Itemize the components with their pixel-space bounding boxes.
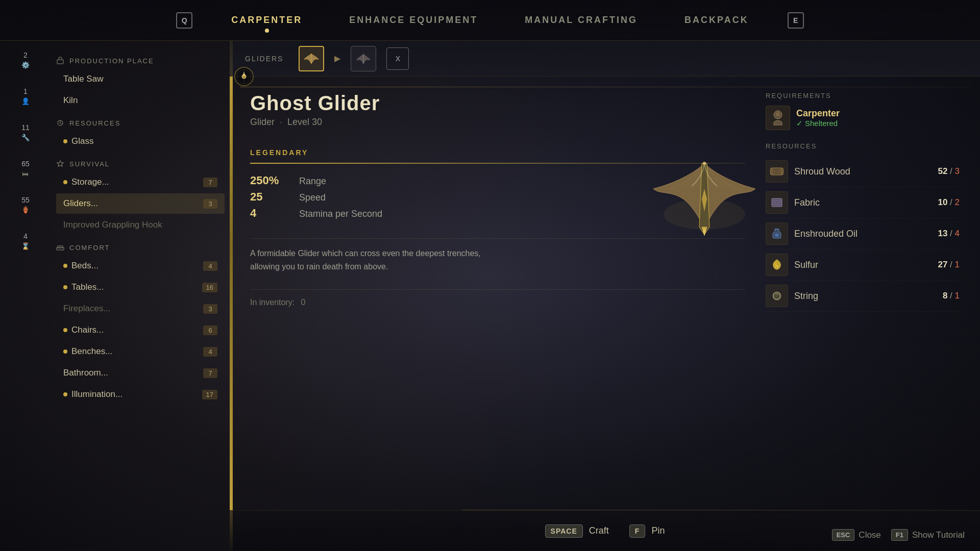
main-content: GLIDERS ▶ X: [230, 41, 980, 551]
sulfur-count: 27 / 1: [938, 260, 960, 270]
svg-point-10: [781, 168, 783, 175]
bottom-deco: [462, 510, 970, 510]
f-key: F: [629, 524, 646, 538]
item-name: Ghost Glider: [250, 92, 745, 115]
sidebar-icon-1: 2 ⚙️: [21, 51, 30, 69]
nav-indicator: [233, 65, 255, 88]
q-key[interactable]: Q: [176, 12, 192, 29]
sidebar-item-fireplaces[interactable]: Fireplaces... 3: [56, 298, 225, 319]
sidebar-item-tables[interactable]: Tables... 16: [56, 277, 225, 297]
requirements-title: REQUIREMENTS: [766, 92, 960, 99]
resources-title: RESOURCES: [766, 142, 960, 150]
item-detail: Ghost Glider Glider · Level 30 LEGENDARY…: [230, 77, 980, 510]
svg-point-5: [703, 162, 706, 165]
desc-divider: [250, 289, 745, 290]
sidebar-item-benches[interactable]: Benches... 4: [56, 341, 225, 362]
resource-sulfur: Sulfur 27 / 1: [766, 249, 960, 281]
survival-section-header: SURVIVAL: [56, 160, 225, 168]
sidebar-item-chairs[interactable]: Chairs... 6: [56, 320, 225, 340]
sidebar-item-grappling-hook[interactable]: Improved Grappling Hook: [56, 215, 225, 235]
tab-enhance[interactable]: ENHANCE EQUIPMENT: [341, 11, 486, 30]
item-subtitle: Glider · Level 30: [250, 117, 745, 128]
e-key[interactable]: E: [788, 12, 804, 29]
svg-point-7: [776, 112, 780, 116]
sidebar-item-illumination[interactable]: Illumination... 17: [56, 384, 225, 405]
fabric-count: 10 / 2: [938, 197, 960, 208]
sidebar-item-bathroom[interactable]: Bathroom... 7: [56, 363, 225, 383]
rarity-badge: LEGENDARY: [250, 148, 308, 157]
sidebar-icon-4: 65 🛏: [21, 160, 30, 178]
resource-shroud-wood: Shroud Wood 52 / 3: [766, 156, 960, 187]
sidebar-icons: 2 ⚙️ 1 👤 11 🔧 65 🛏 55 🏺 4 ⌛: [0, 41, 51, 551]
sidebar-icon-6: 4 ⌛: [21, 232, 30, 250]
top-navigation: Q CARPENTER ENHANCE EQUIPMENT MANUAL CRA…: [0, 0, 980, 41]
tab-backpack[interactable]: BACKPACK: [676, 11, 757, 30]
glider-icon-selected[interactable]: [299, 46, 324, 71]
sidebar-icon-3: 11 🔧: [21, 123, 30, 141]
gliders-label: GLIDERS: [245, 55, 283, 63]
gliders-bar: GLIDERS ▶ X: [230, 41, 980, 77]
resource-enshrouded-oil: Enshrouded Oil 13 / 4: [766, 218, 960, 249]
requirements-section: REQUIREMENTS Carpenter ✓ Sheltered: [766, 92, 960, 130]
resources-section: RESOURCES Shroud Wood: [766, 142, 960, 495]
space-key: SPACE: [545, 524, 583, 538]
show-tutorial-button[interactable]: F1 Show Tutorial: [891, 529, 965, 541]
craft-action[interactable]: SPACE Craft: [545, 524, 609, 538]
pin-action[interactable]: F Pin: [629, 524, 665, 538]
sidebar-item-table-saw[interactable]: Table Saw: [56, 69, 225, 89]
comfort-section-header: COMFORT: [56, 243, 225, 252]
enshrouded-oil-count: 13 / 4: [938, 229, 960, 239]
glider-icon-2[interactable]: [351, 46, 376, 71]
esc-key: ESC: [832, 529, 855, 541]
svg-rect-0: [57, 60, 63, 64]
sidebar-item-gliders[interactable]: Gliders... 3: [56, 193, 225, 214]
svg-point-15: [773, 292, 781, 300]
resource-fabric: Fabric 10 / 2: [766, 187, 960, 218]
sidebar-icon-5: 55 🏺: [21, 196, 30, 214]
resource-string: String 8 / 1: [766, 281, 960, 312]
esc-close[interactable]: ESC Close: [832, 529, 881, 541]
svg-rect-3: [58, 246, 63, 248]
detail-right: REQUIREMENTS Carpenter ✓ Sheltered: [766, 92, 960, 495]
f1-key: F1: [891, 529, 908, 541]
production-section-header: PRODUCTION PLACE: [56, 57, 225, 65]
pin-label: Pin: [651, 525, 665, 536]
resources-section-header: RESOURCES: [56, 119, 225, 127]
tab-carpenter[interactable]: CARPENTER: [223, 11, 310, 30]
sidebar-content: PRODUCTION PLACE Table Saw Kiln RESOURCE…: [51, 41, 230, 551]
nav-tabs: Q CARPENTER ENHANCE EQUIPMENT MANUAL CRA…: [176, 11, 803, 30]
sheltered-status: ✓ Sheltered: [796, 119, 840, 128]
sidebar-item-beds[interactable]: Beds... 4: [56, 256, 225, 276]
string-icon: [766, 285, 788, 307]
sidebar-icon-2: 1 👤: [21, 87, 30, 105]
glider-next-arrow[interactable]: ▶: [334, 54, 340, 63]
sidebar-item-glass[interactable]: Glass: [56, 131, 225, 152]
requirement-item: Carpenter ✓ Sheltered: [766, 106, 960, 130]
craft-label: Craft: [589, 525, 609, 536]
item-description: A formidable Glider which can cross even…: [250, 247, 505, 273]
tab-manual[interactable]: MANUAL CRAFTING: [517, 11, 646, 30]
string-count: 8 / 1: [943, 291, 960, 301]
sidebar-item-storage[interactable]: Storage... 7: [56, 172, 225, 192]
bottom-right-controls: ESC Close F1 Show Tutorial: [832, 529, 965, 541]
shroud-wood-count: 52 / 3: [938, 166, 960, 177]
glider-image: [633, 128, 776, 270]
inventory-info: In inventory: 0: [250, 298, 745, 307]
close-gliders-button[interactable]: X: [386, 47, 409, 70]
carpenter-icon: [766, 106, 790, 130]
sidebar-item-kiln[interactable]: Kiln: [56, 90, 225, 111]
